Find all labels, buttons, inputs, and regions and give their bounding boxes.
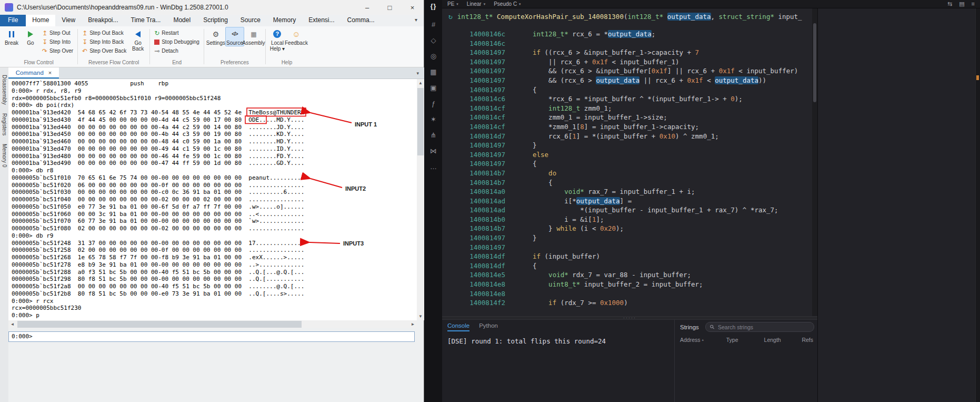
code-address[interactable]: 140081497: [442, 141, 505, 150]
column-type[interactable]: Type: [726, 337, 764, 343]
scroll-right-icon[interactable]: ►: [409, 320, 417, 328]
code-line[interactable]: 140081497{: [442, 159, 817, 169]
column-address[interactable]: Address ▴: [680, 337, 726, 343]
vertical-scroll-thumb[interactable]: [417, 88, 424, 155]
code-line[interactable]: 140081497: [442, 243, 817, 252]
detach-button[interactable]: ⊸ Detach: [152, 46, 202, 55]
command-output[interactable]: 00007ff7`58801300 4055 push rbp 0:000> r…: [8, 79, 417, 319]
code-address[interactable]: 140081497: [442, 159, 505, 169]
binja-logo-icon[interactable]: {}: [431, 3, 436, 10]
code-line[interactable]: 1400814dfif (input_buffer): [442, 252, 817, 261]
panel-splitter[interactable]: ·····: [442, 316, 817, 320]
decompiler-pane[interactable]: ↻ int128_t* ComputeXorHashPair_sub_14008…: [442, 8, 817, 316]
scroll-down-icon[interactable]: ▼: [417, 312, 424, 320]
scroll-left-icon[interactable]: ◄: [8, 320, 16, 328]
code-line[interactable]: 1400814ad i[*output_data] =: [442, 197, 817, 206]
restart-button[interactable]: ↻ Restart: [152, 28, 202, 37]
code-address[interactable]: 140081497: [442, 85, 505, 95]
code-address[interactable]: 1400814b7: [442, 178, 505, 188]
code-line[interactable]: 140081497 && (rcx_6 > &input_buffer[0x1f…: [442, 66, 817, 76]
tab-model[interactable]: Model: [167, 15, 197, 26]
console-horizontal-scrollbar[interactable]: ◄ ►: [8, 320, 417, 328]
code-address[interactable]: 1400814b7: [442, 169, 505, 178]
close-button[interactable]: ×: [401, 0, 424, 15]
code-address[interactable]: 14008146c: [442, 30, 505, 39]
side-tab-disassembly[interactable]: Disassembly: [2, 75, 7, 105]
tab-view[interactable]: View: [55, 15, 82, 26]
code-address[interactable]: 1400814b0: [442, 215, 505, 224]
step-out-back-button[interactable]: ↥ Step Out Back: [80, 28, 128, 37]
right-edge-scrollbar[interactable]: [975, 8, 980, 402]
break-button[interactable]: Break: [2, 27, 21, 46]
code-vertical-scrollbar[interactable]: [812, 8, 817, 316]
code-scroll-thumb[interactable]: [813, 23, 816, 102]
tab-command[interactable]: Comma...: [341, 15, 381, 26]
strings-search-input[interactable]: [717, 323, 809, 331]
step-over-button[interactable]: ↷ Step Over: [40, 46, 75, 55]
code-address[interactable]: 14008146c: [442, 39, 505, 48]
panel-toggle-icon[interactable]: ▤: [959, 1, 964, 7]
ribbon-collapse-icon[interactable]: ▾: [408, 15, 424, 26]
code-line[interactable]: 1400814b7 do: [442, 169, 817, 178]
tab-breakpoints[interactable]: Breakpoi...: [82, 15, 124, 26]
tag-icon[interactable]: ◇: [431, 37, 436, 44]
code-line[interactable]: 140081497if ((rcx_6 > &input_buffer_1->c…: [442, 48, 817, 57]
graph-icon[interactable]: ⋈: [430, 148, 437, 154]
sync-icon[interactable]: ⇆: [947, 1, 952, 7]
code-line[interactable]: 140081497 || rcx_6 + 0x1f < input_buffer…: [442, 57, 817, 67]
code-line[interactable]: 1400814ad *(input_buffer - input_buffer_…: [442, 205, 817, 215]
hierarchy-icon[interactable]: ⋔: [431, 132, 436, 139]
language-select[interactable]: Pseudo C ▾: [494, 1, 521, 7]
close-tab-icon[interactable]: ×: [48, 70, 52, 76]
image-icon[interactable]: ▣: [430, 84, 436, 91]
tab-memory[interactable]: Memory: [267, 15, 302, 26]
tab-console[interactable]: Console: [447, 322, 469, 331]
hash-icon[interactable]: #: [432, 21, 435, 28]
code-line[interactable]: 1400814b0 i = &i[1];: [442, 215, 817, 224]
tab-python[interactable]: Python: [479, 322, 498, 331]
code-address[interactable]: 140081497: [442, 66, 505, 76]
code-line[interactable]: 1400814b7 {: [442, 178, 817, 188]
code-line[interactable]: 1400814e8: [442, 289, 817, 299]
console-vertical-scrollbar[interactable]: ▲ ▼: [417, 79, 424, 320]
code-address[interactable]: 140081497: [442, 76, 505, 85]
assembly-mode-button[interactable]: ▦ Assembly: [244, 27, 263, 46]
code-line[interactable]: 1400814d7 rcx_6[1] = *(input_buffer + 0x…: [442, 132, 817, 141]
column-refs[interactable]: Refs: [802, 337, 813, 343]
blocks-icon[interactable]: ▦: [430, 68, 436, 75]
code-line[interactable]: 1400814df{: [442, 261, 817, 271]
tab-home[interactable]: Home: [26, 15, 55, 26]
minimize-button[interactable]: –: [356, 0, 378, 15]
code-address[interactable]: 1400814ad: [442, 205, 505, 215]
horizontal-scroll-thumb[interactable]: [17, 321, 302, 328]
tab-file[interactable]: File: [0, 15, 26, 26]
code-address[interactable]: 140081497: [442, 150, 505, 160]
side-tab-registers[interactable]: Registers: [2, 113, 7, 135]
function-type-icon[interactable]: ƒ: [432, 100, 435, 107]
code-address[interactable]: 1400814cf: [442, 113, 505, 122]
step-into-button[interactable]: ↧ Step Into: [40, 37, 75, 46]
command-console[interactable]: 00007ff7`58801300 4055 push rbp 0:000> r…: [8, 79, 417, 320]
tab-scripting[interactable]: Scripting: [197, 15, 234, 26]
source-mode-button[interactable]: </> Source: [225, 27, 244, 46]
code-line[interactable]: 1400814e5 void* rdx_7 = var_88 - input_b…: [442, 270, 817, 280]
function-signature-row[interactable]: ↻ int128_t* ComputeXorHashPair_sub_14008…: [442, 8, 817, 24]
code-line[interactable]: 14008146c: [442, 39, 817, 48]
code-address[interactable]: 1400814f2: [442, 298, 505, 308]
code-line[interactable]: 1400814c6 *rcx_6 = *input_buffer ^ *(inp…: [442, 94, 817, 104]
code-line[interactable]: 1400814cf int128_t zmm0_1;: [442, 104, 817, 113]
code-line[interactable]: 140081497 && (rcx_6 > output_data || rcx…: [442, 76, 817, 85]
tab-time-travel[interactable]: Time Tra...: [125, 15, 167, 26]
bug-icon[interactable]: ✶: [431, 116, 436, 123]
scroll-up-icon[interactable]: ▲: [417, 79, 424, 87]
code-line[interactable]: 140081497}: [442, 141, 817, 150]
function-icon[interactable]: ↻: [448, 13, 453, 21]
code-line[interactable]: 1400814e8 uint8_t* input_buffer_2 = inpu…: [442, 280, 817, 289]
code-address[interactable]: 1400814e8: [442, 289, 505, 299]
code-line[interactable]: 1400814f2 if (rdx_7 >= 0x1000): [442, 298, 817, 308]
feedback-button[interactable]: ☺ Feedback: [287, 27, 306, 46]
function-signature[interactable]: int128_t* ComputeXorHashPair_sub_1400813…: [457, 13, 802, 21]
code-address[interactable]: 140081497: [442, 233, 505, 243]
code-line[interactable]: 140081497{: [442, 85, 817, 95]
code-line[interactable]: 140081497}: [442, 233, 817, 243]
